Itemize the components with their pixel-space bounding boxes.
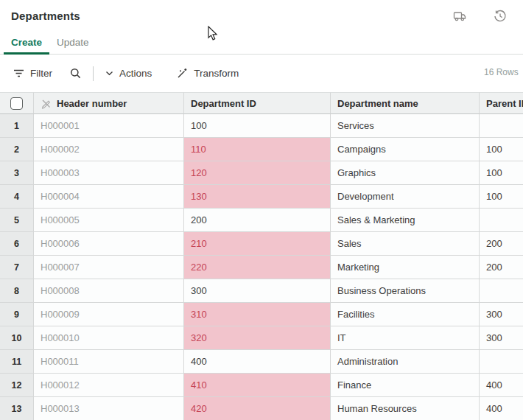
cell-parent-id[interactable] — [480, 350, 523, 374]
truck-icon — [453, 10, 466, 22]
cell-parent-id[interactable] — [480, 209, 523, 232]
row-number[interactable]: 4 — [0, 185, 34, 209]
cell-parent-id[interactable]: 100 — [480, 185, 523, 209]
cell-department-id[interactable]: 410 — [184, 374, 331, 397]
cell-department-id[interactable]: 200 — [184, 209, 331, 232]
row-number[interactable]: 12 — [0, 374, 34, 397]
cell-parent-id[interactable]: 200 — [480, 232, 523, 256]
tab-bar: Create Update — [0, 32, 523, 55]
cell-department-name[interactable]: Finance — [331, 374, 480, 397]
cell-department-id[interactable]: 320 — [184, 326, 331, 350]
cell-parent-id[interactable] — [480, 114, 523, 138]
cell-parent-id[interactable]: 400 — [480, 374, 523, 397]
cell-parent-id[interactable]: 200 — [480, 256, 523, 279]
row-number[interactable]: 1 — [0, 114, 34, 138]
cell-header-number[interactable]: H000006 — [34, 232, 184, 256]
table-row: 8 H000008 300 Business Operations — [0, 279, 523, 303]
cell-header-number[interactable]: H000010 — [34, 326, 184, 350]
cell-header-number[interactable]: H000012 — [34, 374, 184, 397]
table-row: 12 H000012 410 Finance 400 — [0, 374, 523, 397]
row-number[interactable]: 9 — [0, 303, 34, 326]
cell-department-id[interactable]: 420 — [184, 397, 331, 420]
cell-parent-id[interactable] — [480, 279, 523, 303]
cell-parent-id[interactable]: 100 — [480, 138, 523, 161]
cell-department-id[interactable]: 120 — [184, 161, 331, 185]
cell-header-number[interactable]: H000007 — [34, 256, 184, 279]
cell-parent-id[interactable]: 400 — [480, 397, 523, 420]
cell-department-name[interactable]: Facilities — [331, 303, 480, 326]
table-row: 5 H000005 200 Sales & Marketing — [0, 209, 523, 232]
cell-header-number[interactable]: H000004 — [34, 185, 184, 209]
toolbar-divider — [93, 66, 94, 81]
cell-department-id[interactable]: 110 — [184, 138, 331, 161]
toolbar: Filter Actions Transform 16 — [0, 55, 523, 92]
cell-department-id[interactable]: 310 — [184, 303, 331, 326]
row-number[interactable]: 11 — [0, 350, 34, 374]
table-row: 2 H000002 110 Campaigns 100 — [0, 138, 523, 161]
row-number[interactable]: 2 — [0, 138, 34, 161]
table-row: 3 H000003 120 Graphics 100 — [0, 161, 523, 185]
filter-button[interactable]: Filter — [10, 65, 55, 82]
filter-label: Filter — [30, 68, 52, 79]
table-row: 11 H000011 400 Administration — [0, 350, 523, 374]
wand-icon — [177, 68, 188, 79]
actions-dropdown-button[interactable]: Actions — [102, 65, 155, 82]
cell-department-name[interactable]: Human Resources — [331, 397, 480, 420]
cell-department-name[interactable]: Campaigns — [331, 138, 480, 161]
cell-department-name[interactable]: IT — [331, 326, 480, 350]
cell-header-number[interactable]: H000001 — [34, 114, 184, 138]
row-number[interactable]: 3 — [0, 161, 34, 185]
row-number[interactable]: 8 — [0, 279, 34, 303]
cell-header-number[interactable]: H000002 — [34, 138, 184, 161]
cell-header-number[interactable]: H000013 — [34, 397, 184, 420]
cell-department-name[interactable]: Sales & Marketing — [331, 209, 480, 232]
table-row: 10 H000010 320 IT 300 — [0, 326, 523, 350]
column-label: Header number — [57, 98, 127, 109]
search-button[interactable] — [67, 65, 84, 82]
cell-department-id[interactable]: 400 — [184, 350, 331, 374]
truck-button[interactable] — [449, 7, 470, 26]
cell-department-id[interactable]: 300 — [184, 279, 331, 303]
search-icon — [70, 68, 81, 79]
cell-header-number[interactable]: H000003 — [34, 161, 184, 185]
transform-button[interactable]: Transform — [174, 65, 242, 82]
cell-header-number[interactable]: H000011 — [34, 350, 184, 374]
cell-department-name[interactable]: Sales — [331, 232, 480, 256]
cell-parent-id[interactable]: 100 — [480, 161, 523, 185]
row-number[interactable]: 6 — [0, 232, 34, 256]
tab-create[interactable]: Create — [4, 32, 49, 55]
chevron-down-icon — [105, 71, 113, 76]
cell-department-name[interactable]: Development — [331, 185, 480, 209]
cell-department-id[interactable]: 130 — [184, 185, 331, 209]
table-row: 1 H000001 100 Services — [0, 114, 523, 138]
cell-header-number[interactable]: H000005 — [34, 209, 184, 232]
row-number[interactable]: 13 — [0, 397, 34, 420]
cell-department-id[interactable]: 100 — [184, 114, 331, 138]
column-header-department-id[interactable]: Department ID — [184, 92, 331, 114]
cell-department-name[interactable]: Administration — [331, 350, 480, 374]
actions-label: Actions — [119, 68, 152, 79]
cell-department-name[interactable]: Business Operations — [331, 279, 480, 303]
cell-department-name[interactable]: Graphics — [331, 161, 480, 185]
table-row: 9 H000009 310 Facilities 300 — [0, 303, 523, 326]
row-number[interactable]: 5 — [0, 209, 34, 232]
cell-header-number[interactable]: H000009 — [34, 303, 184, 326]
cell-department-id[interactable]: 210 — [184, 232, 331, 256]
cell-department-name[interactable]: Services — [331, 114, 480, 138]
cell-parent-id[interactable]: 300 — [480, 303, 523, 326]
select-all-checkbox[interactable] — [10, 97, 23, 110]
cell-department-name[interactable]: Marketing — [331, 256, 480, 279]
table-row: 4 H000004 130 Development 100 — [0, 185, 523, 209]
history-button[interactable] — [490, 7, 510, 26]
row-number[interactable]: 10 — [0, 326, 34, 350]
column-header-department-name[interactable]: Department name — [331, 92, 480, 114]
title-bar: Departments — [0, 0, 523, 32]
cell-department-id[interactable]: 220 — [184, 256, 331, 279]
column-header-parent-id[interactable]: Parent ID — [480, 92, 523, 114]
transform-label: Transform — [194, 68, 239, 79]
column-header-header-number[interactable]: Header number — [34, 92, 184, 114]
cell-parent-id[interactable]: 300 — [480, 326, 523, 350]
cell-header-number[interactable]: H000008 — [34, 279, 184, 303]
tab-update[interactable]: Update — [49, 32, 96, 55]
row-number[interactable]: 7 — [0, 256, 34, 279]
